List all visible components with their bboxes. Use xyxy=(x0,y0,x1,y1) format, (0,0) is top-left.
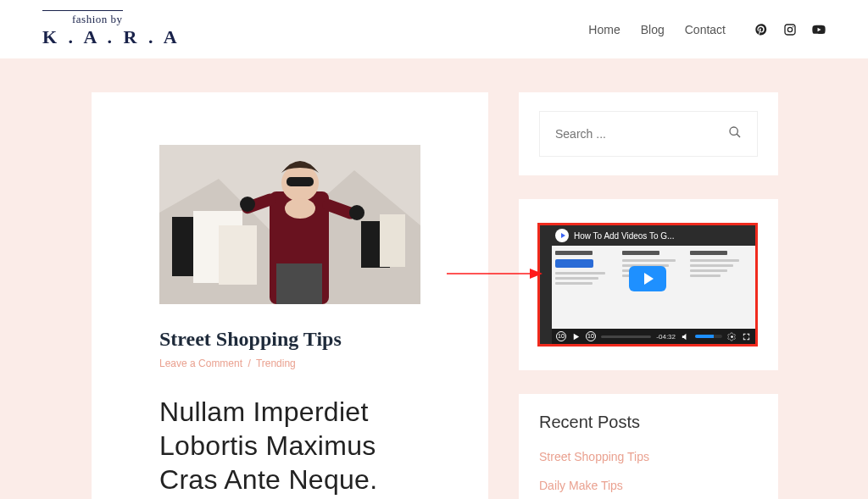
post-featured-image[interactable] xyxy=(159,145,420,304)
svg-rect-8 xyxy=(287,177,314,186)
fullscreen-button[interactable] xyxy=(742,332,751,341)
video-progress-bar[interactable] xyxy=(601,335,651,338)
play-pause-button[interactable] xyxy=(571,332,581,341)
video-player[interactable]: How To Add Videos To G... 10 10 -04:32 xyxy=(537,223,758,347)
recent-post-link[interactable]: Daily Make Tips xyxy=(539,479,623,492)
nav-blog[interactable]: Blog xyxy=(641,23,665,36)
recent-posts-widget: Recent Posts Street Shopping Tips Daily … xyxy=(519,394,778,499)
recent-post-link[interactable]: Street Shopping Tips xyxy=(539,450,649,463)
sidebar: How To Add Videos To G... 10 10 -04:32 xyxy=(519,92,778,499)
svg-marker-18 xyxy=(574,333,579,339)
logo-tagline: fashion by xyxy=(42,10,123,26)
svg-rect-15 xyxy=(380,214,405,267)
site-logo[interactable]: fashion by K . A . R . A xyxy=(42,10,181,48)
post-card: Street Shopping Tips Leave a Comment / T… xyxy=(92,92,488,499)
list-item: Street Shopping Tips xyxy=(539,449,758,464)
forward-10-button[interactable]: 10 xyxy=(586,331,596,341)
play-button[interactable] xyxy=(629,266,666,291)
svg-rect-6 xyxy=(276,263,322,304)
list-item: Daily Make Tips xyxy=(539,478,758,493)
svg-line-17 xyxy=(737,134,740,137)
meta-separator: / xyxy=(248,358,250,369)
widget-title: Recent Posts xyxy=(539,413,758,432)
primary-nav: Home Blog Contact xyxy=(588,23,826,36)
svg-point-16 xyxy=(730,127,737,135)
nav-home[interactable]: Home xyxy=(588,23,620,36)
svg-point-9 xyxy=(285,198,315,219)
video-controls: 10 10 -04:32 xyxy=(552,329,755,344)
social-links xyxy=(754,23,826,36)
svg-rect-4 xyxy=(219,225,257,285)
mute-button[interactable] xyxy=(681,332,690,341)
page-body: Street Shopping Tips Leave a Comment / T… xyxy=(0,58,868,499)
nav-contact[interactable]: Contact xyxy=(685,23,726,36)
video-widget: How To Add Videos To G... 10 10 -04:32 xyxy=(519,199,778,370)
search-input[interactable] xyxy=(555,127,725,141)
settings-button[interactable] xyxy=(727,332,737,341)
rewind-10-button[interactable]: 10 xyxy=(556,331,566,341)
video-title: How To Add Videos To G... xyxy=(574,231,674,241)
recent-posts-list: Street Shopping Tips Daily Make Tips Sum… xyxy=(539,449,758,499)
video-titlebar: How To Add Videos To G... xyxy=(552,225,755,246)
svg-point-19 xyxy=(731,335,733,338)
volume-slider[interactable] xyxy=(695,335,722,338)
svg-point-12 xyxy=(240,197,255,212)
presto-logo-icon xyxy=(555,229,569,242)
search-widget xyxy=(519,92,778,175)
post-meta: Leave a Comment / Trending xyxy=(159,358,420,369)
post-excerpt: Nullam Imperdiet Lobortis Maximus Cras A… xyxy=(159,395,420,496)
svg-point-13 xyxy=(349,205,364,220)
site-header: fashion by K . A . R . A Home Blog Conta… xyxy=(0,0,868,58)
search-icon xyxy=(728,125,742,139)
post-category-link[interactable]: Trending xyxy=(256,358,296,369)
pinterest-icon[interactable] xyxy=(754,23,768,36)
youtube-icon[interactable] xyxy=(812,23,826,36)
leave-comment-link[interactable]: Leave a Comment xyxy=(159,358,242,369)
logo-text: K . A . R . A xyxy=(42,26,181,48)
instagram-icon[interactable] xyxy=(783,23,797,36)
post-title[interactable]: Street Shopping Tips xyxy=(159,328,420,351)
search-button[interactable] xyxy=(728,125,742,142)
video-embed-sidebar xyxy=(540,225,552,344)
video-time-remaining: -04:32 xyxy=(656,333,676,341)
